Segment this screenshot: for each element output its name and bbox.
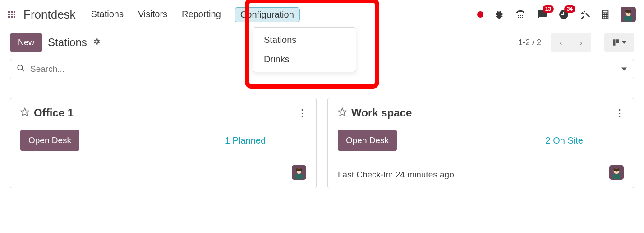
svg-rect-10 xyxy=(607,17,608,19)
kebab-icon[interactable]: ⋮ xyxy=(297,111,306,116)
svg-rect-7 xyxy=(607,15,608,16)
svg-rect-3 xyxy=(605,13,606,14)
kebab-icon[interactable]: ⋮ xyxy=(615,111,624,116)
configuration-dropdown: Stations Drinks xyxy=(253,27,356,72)
svg-rect-6 xyxy=(605,15,606,16)
station-card[interactable]: Office 1 ⋮ Open Desk 1 Planned xyxy=(10,98,317,188)
menu-stations[interactable]: Stations xyxy=(90,7,124,22)
phone-icon[interactable] xyxy=(515,9,526,20)
pager-next[interactable]: › xyxy=(571,33,591,52)
star-icon[interactable] xyxy=(338,107,347,118)
open-desk-button[interactable]: Open Desk xyxy=(20,130,79,151)
svg-rect-1 xyxy=(603,11,608,13)
activities-badge: 34 xyxy=(564,5,575,13)
svg-rect-2 xyxy=(603,13,604,14)
open-desk-button[interactable]: Open Desk xyxy=(338,130,397,151)
svg-rect-17 xyxy=(613,39,615,46)
gear-icon[interactable] xyxy=(92,37,101,47)
pager-prev[interactable]: ‹ xyxy=(551,33,571,52)
svg-rect-31 xyxy=(613,174,620,179)
star-icon[interactable] xyxy=(20,107,29,118)
card-title: Office 1 xyxy=(34,107,74,119)
status-text[interactable]: 1 Planned xyxy=(225,135,266,146)
divider xyxy=(0,89,644,89)
main-menu: Stations Visitors Reporting Configuratio… xyxy=(90,7,300,22)
activities-icon[interactable]: 34 xyxy=(558,9,569,20)
svg-point-19 xyxy=(18,65,23,70)
tools-icon[interactable] xyxy=(580,9,590,19)
view-switcher[interactable] xyxy=(604,33,634,52)
checkin-text: Last Check-In: 24 minutes ago xyxy=(338,170,454,180)
card-title: Work space xyxy=(351,107,412,119)
station-card[interactable]: Work space ⋮ Open Desk 2 On Site Last Ch… xyxy=(327,98,634,188)
svg-rect-9 xyxy=(605,17,606,19)
svg-rect-18 xyxy=(616,39,619,43)
new-button[interactable]: New xyxy=(10,33,42,52)
svg-rect-24 xyxy=(295,174,303,179)
status-text[interactable]: 2 On Site xyxy=(546,135,583,146)
menu-visitors[interactable]: Visitors xyxy=(137,7,168,22)
svg-rect-4 xyxy=(607,13,608,14)
systray: 13 34 xyxy=(477,7,636,22)
dropdown-drinks[interactable]: Drinks xyxy=(253,50,356,69)
user-avatar[interactable] xyxy=(621,7,636,22)
app-title[interactable]: Frontdesk xyxy=(23,8,76,22)
calculator-icon[interactable] xyxy=(601,9,610,19)
svg-rect-13 xyxy=(625,16,632,21)
pager-text[interactable]: 1-2 / 2 xyxy=(518,38,541,47)
svg-line-20 xyxy=(22,69,24,71)
responsible-avatar[interactable] xyxy=(609,165,624,180)
search-options-toggle[interactable] xyxy=(614,59,634,79)
svg-rect-5 xyxy=(603,15,604,16)
svg-rect-8 xyxy=(603,17,604,19)
dropdown-stations[interactable]: Stations xyxy=(253,30,356,50)
menu-configuration[interactable]: Configuration xyxy=(235,7,300,22)
breadcrumb[interactable]: Stations xyxy=(48,36,87,49)
svg-marker-28 xyxy=(339,108,346,116)
apps-icon[interactable] xyxy=(8,11,15,18)
bug-icon[interactable] xyxy=(494,9,504,19)
svg-marker-21 xyxy=(21,108,29,116)
record-indicator[interactable] xyxy=(477,11,483,18)
messages-icon[interactable]: 13 xyxy=(537,9,547,20)
menu-reporting[interactable]: Reporting xyxy=(181,7,222,22)
messages-badge: 13 xyxy=(543,5,554,13)
search-icon xyxy=(17,64,25,74)
responsible-avatar[interactable] xyxy=(292,165,306,180)
